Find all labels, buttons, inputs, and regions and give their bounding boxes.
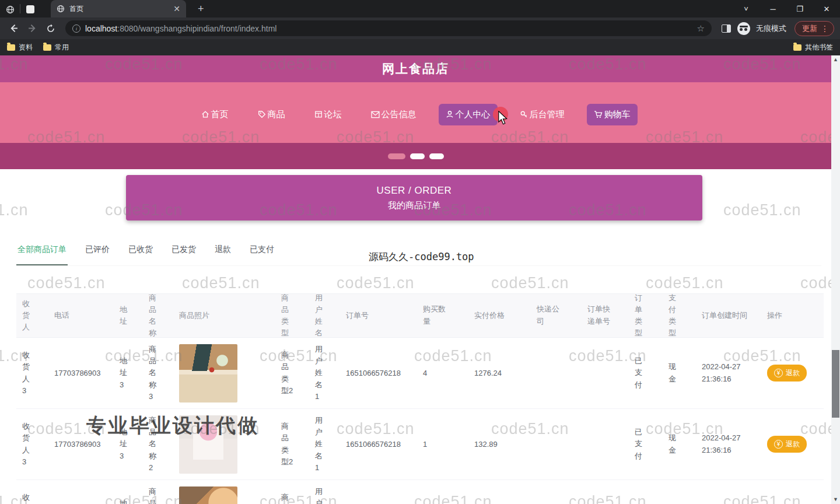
col-product-type: 商品类型 xyxy=(281,292,290,340)
watermark-text: code51.cn xyxy=(337,274,415,292)
tag-icon xyxy=(258,110,266,118)
col-user-name: 用户姓名 xyxy=(315,292,324,340)
nav-admin[interactable]: 后台管理 xyxy=(513,104,572,125)
close-window-button[interactable]: ✕ xyxy=(813,0,840,18)
tab-all-orders[interactable]: 全部商品订单 xyxy=(16,241,68,265)
refund-button[interactable]: ¥ 退款 xyxy=(767,365,807,382)
bookmarks-bar: 资料 常用 其他书签 xyxy=(0,39,840,55)
home-icon xyxy=(201,110,209,118)
folder-icon xyxy=(793,44,802,51)
table-row: 收货人3 17703786903 地址3 商品名称3 商品类型2 用户姓名1 1… xyxy=(16,338,824,409)
col-tracking: 订单快递单号 xyxy=(587,303,615,328)
mini-tab[interactable] xyxy=(0,1,20,18)
col-action: 操作 xyxy=(767,310,782,321)
tab-strip: 首页 ✕ + ˅ ─ ❐ ✕ xyxy=(0,0,840,18)
url-host: localhost xyxy=(85,24,117,33)
product-photo[interactable] xyxy=(179,344,237,402)
site-title: 网上食品店 xyxy=(382,61,449,77)
browser-chrome: 首页 ✕ + ˅ ─ ❐ ✕ i localhost:8080/wangshan… xyxy=(0,0,840,55)
yuan-icon: ¥ xyxy=(774,369,783,377)
watermark-text: code51.cn xyxy=(646,274,724,292)
col-order-no: 订单号 xyxy=(346,310,369,321)
incognito-icon xyxy=(737,22,750,35)
scroll-down-icon[interactable]: ▼ xyxy=(831,495,840,504)
table-row: 收货人3 地址3 商品名称1 商品类型2 用户姓名1 ¥ 退款 xyxy=(16,480,824,504)
bookmark-star-icon[interactable]: ☆ xyxy=(697,23,705,34)
side-panel-icon[interactable] xyxy=(719,21,734,36)
forward-button[interactable] xyxy=(24,21,40,36)
url-bar[interactable]: i localhost:8080/wangshangshipindian/fro… xyxy=(65,20,712,36)
minimize-button[interactable]: ─ xyxy=(760,0,786,18)
watermark-text: code51.cn xyxy=(723,201,802,219)
nav-user-center[interactable]: 个人中心 xyxy=(439,104,498,125)
active-tab[interactable]: 首页 ✕ xyxy=(51,0,186,18)
bookmark-folder-changyong[interactable]: 常用 xyxy=(43,43,69,52)
tab-paid[interactable]: 已支付 xyxy=(249,241,275,265)
col-quantity: 购买数量 xyxy=(423,303,451,328)
mini-tab-white[interactable] xyxy=(20,1,40,18)
key-icon xyxy=(520,110,528,118)
page-banner: USER / ORDER 我的商品订单 xyxy=(126,175,702,220)
tab-received[interactable]: 已收货 xyxy=(127,241,154,265)
tab-reviewed[interactable]: 已评价 xyxy=(84,241,111,265)
scrollbar-thumb[interactable] xyxy=(832,350,839,418)
new-tab-button[interactable]: + xyxy=(193,3,209,18)
col-pay-type: 支付类型 xyxy=(668,292,678,340)
nav-cart[interactable]: 购物车 xyxy=(587,104,638,125)
col-phone: 电话 xyxy=(54,310,69,321)
tab-title: 首页 xyxy=(69,4,169,14)
carousel-dot-active[interactable] xyxy=(388,153,405,159)
blank-favicon xyxy=(26,5,34,13)
back-button[interactable] xyxy=(6,21,21,36)
nav-announcements[interactable]: 公告信息 xyxy=(364,104,424,125)
banner-breadcrumb: USER / ORDER xyxy=(377,185,452,197)
refund-button[interactable]: ¥ 退款 xyxy=(767,436,807,453)
url-path: :8080/wangshangshipindian/front/index.ht… xyxy=(117,24,276,33)
main-nav: 首页 商品 论坛 公告信息 个人中心 后台管理 购物车 xyxy=(0,82,831,143)
product-photo[interactable] xyxy=(179,487,237,504)
tab-search-chevron-icon[interactable]: ˅ xyxy=(737,0,755,18)
globe-icon xyxy=(57,5,65,13)
globe-icon xyxy=(6,5,15,14)
nav-products[interactable]: 商品 xyxy=(251,104,292,125)
table-header-row: 收货人 电话 地址 商品名称 商品照片 商品类型 用户姓名 订单号 购买数量 实… xyxy=(16,293,824,338)
watermark-text: code51.cn xyxy=(27,274,106,292)
watermark-text: code51.cn xyxy=(0,201,29,219)
col-product-photo: 商品照片 xyxy=(179,310,209,321)
carousel-dot[interactable] xyxy=(429,153,444,159)
page-content: 网上食品店 首页 商品 论坛 公告信息 个人中心 后台管理 购物车 xyxy=(0,55,840,504)
update-button[interactable]: 更新 ⋮ xyxy=(794,21,834,36)
bookmark-folder-ziliao[interactable]: 资料 xyxy=(7,43,33,52)
refresh-button[interactable] xyxy=(43,21,58,36)
col-product-name: 商品名称 xyxy=(149,292,158,340)
cart-icon xyxy=(594,110,603,118)
col-receiver: 收货人 xyxy=(22,298,32,333)
orders-table: 收货人 电话 地址 商品名称 商品照片 商品类型 用户姓名 订单号 购买数量 实… xyxy=(16,293,824,504)
scroll-up-icon[interactable]: ▲ xyxy=(831,55,840,64)
maximize-button[interactable]: ❐ xyxy=(786,0,813,18)
yuan-icon: ¥ xyxy=(774,440,783,449)
nav-home[interactable]: 首页 xyxy=(194,104,236,125)
col-price: 实付价格 xyxy=(474,310,505,321)
tab-refund[interactable]: 退款 xyxy=(214,241,232,265)
page-scrollbar[interactable]: ▲ ▼ xyxy=(831,55,840,504)
col-address: 地址 xyxy=(120,304,129,327)
watermark-brand: 源码久久-code99.top xyxy=(369,250,474,264)
page-info-icon[interactable]: i xyxy=(72,24,80,33)
url-text: localhost:8080/wangshangshipindian/front… xyxy=(85,24,692,33)
forum-icon xyxy=(314,110,323,118)
watermark-text: code51.cn xyxy=(182,274,260,292)
mail-icon xyxy=(371,111,380,118)
close-tab-icon[interactable]: ✕ xyxy=(173,5,180,13)
incognito-label: 无痕模式 xyxy=(756,23,786,34)
nav-forum[interactable]: 论坛 xyxy=(307,104,349,125)
tab-shipped[interactable]: 已发货 xyxy=(170,241,197,265)
other-bookmarks[interactable]: 其他书签 xyxy=(793,43,833,52)
watermark-big: 专业毕业设计代做 xyxy=(86,412,259,439)
col-created: 订单创建时间 xyxy=(702,310,747,322)
carousel-dot[interactable] xyxy=(410,153,425,159)
banner-title: 我的商品订单 xyxy=(388,200,440,211)
user-icon xyxy=(446,110,454,118)
window-controls: ˅ ─ ❐ ✕ xyxy=(737,0,840,18)
browser-menu-icon[interactable]: ⋮ xyxy=(821,24,829,33)
